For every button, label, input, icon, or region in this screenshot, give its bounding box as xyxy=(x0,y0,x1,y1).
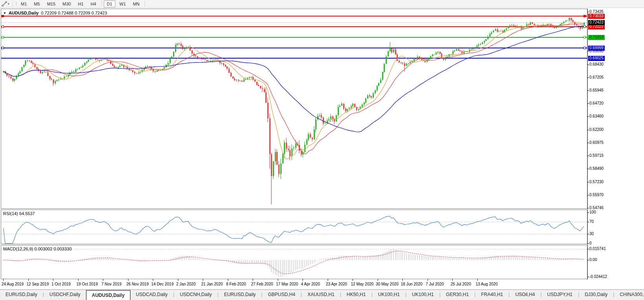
date-tick-label: 1 Oct 2019 xyxy=(51,282,71,286)
chart-tab-usdchf-daily[interactable]: USDCHF,Daily xyxy=(44,290,86,300)
date-tick-label: 12 Sep 2019 xyxy=(27,282,49,286)
toolbar-separator xyxy=(145,1,145,7)
timeframe-button-d1[interactable]: D1 xyxy=(104,0,116,7)
date-tick-mark xyxy=(128,279,128,281)
macd-panel[interactable] xyxy=(1,245,587,279)
toolbar-grip: ⁞⁞ xyxy=(16,2,17,6)
chart-tab-eurusd-daily[interactable]: EURUSD,Daily xyxy=(0,290,43,300)
date-tick-label: 30 May 2020 xyxy=(376,282,399,286)
date-tick-mark xyxy=(427,279,428,281)
date-tick-mark xyxy=(278,279,278,281)
chart-tab-usoil-h4[interactable]: USOil,H4 xyxy=(510,290,540,300)
macd-label: MACD(12,26,9) 0.003002 0.003330 xyxy=(3,247,72,251)
rsi-panel[interactable] xyxy=(1,210,587,244)
line-handle-right[interactable] xyxy=(583,36,586,39)
macd-tick-mark xyxy=(587,277,589,277)
chart-tab-usdcad-daily[interactable]: USDCAD,Daily xyxy=(130,290,173,300)
date-tick-mark xyxy=(203,279,203,281)
price-tick-mark xyxy=(587,208,589,208)
line-handle-left[interactable] xyxy=(2,26,4,28)
chart-tab-usdjpy-h1[interactable]: USDJPY,H1 xyxy=(542,290,578,300)
price-tick-mark xyxy=(587,130,589,130)
level-price-label: 0.69025 xyxy=(588,56,605,61)
date-tick-mark xyxy=(303,279,303,281)
price-tick-label: 0.68430 xyxy=(589,62,604,66)
line-handle-right[interactable] xyxy=(583,15,586,17)
timeframe-buttons: M1M5M15M30H1H4D1W1MN xyxy=(17,0,143,7)
chevron-down-icon: ▾ xyxy=(8,2,9,6)
chart-tab-bar: EURUSD,Daily|USDCHF,DailyAUDUSD,DailyUSD… xyxy=(0,289,644,300)
rsi-label: RSI(14) 64.5537 xyxy=(3,211,35,216)
macd-dashed-level xyxy=(1,249,587,249)
horizontal-level-line[interactable] xyxy=(1,48,587,48)
line-handle-left[interactable] xyxy=(2,47,4,49)
timeframe-button-m5[interactable]: M5 xyxy=(31,0,43,7)
date-tick-mark xyxy=(402,279,403,281)
rsi-tick-label: 30 xyxy=(589,232,594,236)
chart-tab-usdcnh-daily[interactable]: USDCNH,Daily xyxy=(174,290,217,300)
line-draw-tool-icon xyxy=(2,1,7,7)
chart-tab-gbpusd-h4[interactable]: GBPUSD,H4 xyxy=(262,290,301,300)
macd-tick-label: 0.015741 xyxy=(589,247,606,251)
timeframe-button-w1[interactable]: W1 xyxy=(116,0,129,7)
date-tick-label: 23 Apr 2020 xyxy=(326,282,347,286)
timeframe-button-m30[interactable]: M30 xyxy=(59,0,74,7)
rsi-tick-label: 0 xyxy=(589,241,592,245)
date-tick-mark xyxy=(452,279,453,281)
chart-tab-ger30-h1[interactable]: GER30,H1 xyxy=(440,290,474,300)
draw-tool-button[interactable]: ▾ xyxy=(0,0,11,7)
line-handle-right[interactable] xyxy=(583,47,586,49)
date-tick-label: 19 Oct 2019 xyxy=(77,282,98,286)
horizontal-level-line[interactable] xyxy=(1,26,587,27)
chart-tab-hk50-h1[interactable]: HK50,H1 xyxy=(341,290,371,300)
one-click-trading-toggle[interactable]: ▼ xyxy=(3,11,6,15)
horizontal-level-line[interactable] xyxy=(1,16,587,17)
line-handle-right[interactable] xyxy=(583,26,586,28)
date-tick-label: 21 Jan 2020 xyxy=(201,282,223,286)
timeframe-button-h4[interactable]: H4 xyxy=(88,0,99,7)
chart-tab-dj30-daily[interactable]: DJ30,Daily xyxy=(579,290,613,300)
date-tick-mark xyxy=(228,279,228,281)
price-chart-panel[interactable] xyxy=(1,9,587,209)
date-tick-label: 13 Aug 2020 xyxy=(476,282,498,286)
timeframe-button-m15[interactable]: M15 xyxy=(44,0,59,7)
chart-tab-eurusd-daily[interactable]: EURUSD,Daily xyxy=(218,290,261,300)
date-tick-mark xyxy=(253,279,253,281)
rsi-tick-mark xyxy=(587,234,589,234)
horizontal-level-line[interactable] xyxy=(1,37,587,38)
price-tick-label: 0.57230 xyxy=(589,180,604,184)
price-tick-label: 0.58490 xyxy=(589,166,604,171)
macd-tick-mark xyxy=(587,260,589,260)
rsi-dashed-level xyxy=(1,234,587,234)
rsi-tick-mark xyxy=(587,243,589,244)
chart-tab-xauusd-h1[interactable]: XAUUSD,H1 xyxy=(302,290,340,300)
price-tick-mark xyxy=(587,103,589,104)
date-tick-label: 24 Aug 2019 xyxy=(2,282,24,286)
price-tick-mark xyxy=(587,90,589,91)
timeframe-button-m1[interactable]: M1 xyxy=(18,0,30,7)
timeframe-button-mn[interactable]: MN xyxy=(130,0,143,7)
price-tick-mark xyxy=(587,195,589,195)
macd-tick-mark xyxy=(587,249,589,249)
rsi-tick-mark xyxy=(587,212,589,213)
price-tick-mark xyxy=(587,116,589,117)
timeframe-button-h1[interactable]: H1 xyxy=(75,0,86,7)
line-handle-left[interactable] xyxy=(2,36,4,39)
level-price-label: 0.71010 xyxy=(588,35,605,40)
timeframe-toolbar: ▾ ⁞⁞ M1M5M15M30H1H4D1W1MN xyxy=(0,0,644,8)
chart-tab-china300-h1[interactable]: CHINA300,H1 xyxy=(614,290,644,300)
toolbar-separator xyxy=(101,0,102,6)
macd-tick-label: 0.00 xyxy=(589,258,597,262)
date-tick-label: 26 Nov 2019 xyxy=(127,282,149,286)
date-tick-mark xyxy=(28,279,29,281)
chart-tab-uk100-h1[interactable]: UK100,H1 xyxy=(407,290,439,300)
date-tick-mark xyxy=(178,279,178,281)
chart-tabs: EURUSD,Daily|USDCHF,DailyAUDUSD,DailyUSD… xyxy=(0,290,644,300)
chart-tab-uk100-h1[interactable]: UK100,H1 xyxy=(372,290,405,300)
horizontal-level-line[interactable] xyxy=(1,58,587,59)
price-tick-label: 0.55970 xyxy=(589,193,604,197)
chart-tab-audusd-daily[interactable]: AUDUSD,Daily xyxy=(86,290,130,300)
chart-tab-fra40-h1[interactable]: FRA40,H1 xyxy=(475,290,508,300)
date-tick-label: 17 Mar 2020 xyxy=(276,282,298,286)
date-tick-label: 4 Apr 2020 xyxy=(301,282,320,286)
